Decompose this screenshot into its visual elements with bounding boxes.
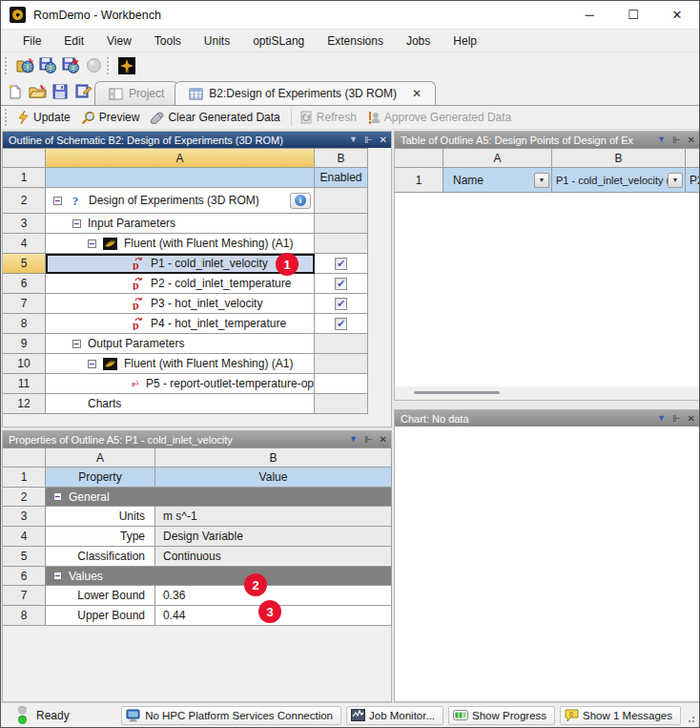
name-column-header[interactable]: Name ▼ <box>443 168 552 193</box>
panel-close-icon[interactable]: ✕ <box>688 414 695 424</box>
row-number: 8 <box>3 314 46 334</box>
outline-row-doe[interactable]: − ? Design of Experiments (3D ROM) i <box>46 188 315 214</box>
resize-grip[interactable] <box>688 708 695 723</box>
refresh-button[interactable]: Refresh <box>296 109 363 126</box>
p1-column-header[interactable]: P1 - cold_inlet_velocity (m s^-1) ▼ <box>552 168 686 193</box>
panel-menu-icon[interactable]: ▼ <box>657 135 666 144</box>
optislang-icon[interactable]: sl <box>115 55 138 76</box>
maximize-button[interactable]: ☐ <box>611 1 655 29</box>
collapse-icon[interactable]: − <box>72 219 81 228</box>
hpc-monitor-icon <box>126 709 141 722</box>
enabled-checkbox-p4[interactable]: ✔ <box>335 318 347 330</box>
save-icon[interactable] <box>49 81 72 102</box>
enabled-checkbox-p2[interactable]: ✔ <box>335 278 347 290</box>
outline-row-label: Output Parameters <box>88 337 184 350</box>
pin-icon[interactable]: ⊩ <box>672 414 681 424</box>
outline-panel-title: Outline of Schematic B2: Design of Exper… <box>9 135 283 146</box>
outline-row-charts[interactable]: Charts <box>46 394 315 414</box>
new-file-icon[interactable] <box>3 81 26 102</box>
properties-grid: A B 1 Property Value 2 − General <box>3 447 393 626</box>
outline-row-p4[interactable]: p P4 - hot_inlet_temperature <box>46 314 315 334</box>
collapse-icon[interactable]: − <box>72 340 81 348</box>
outline-row-p3[interactable]: p P3 - hot_inlet_velocity <box>46 294 315 314</box>
update-label: Update <box>33 111 71 124</box>
globe-disabled-icon <box>82 55 105 76</box>
tab-doe[interactable]: B2:Design of Experiments (3D ROM) ✕ <box>175 81 436 105</box>
horizontal-scrollbar-thumb[interactable] <box>414 391 500 394</box>
chart-panel-title: Chart: No data <box>401 413 469 425</box>
show-progress-button[interactable]: Show Progress <box>448 706 555 725</box>
preview-label: Preview <box>99 111 140 124</box>
outline-col-b[interactable]: B <box>315 148 368 168</box>
refresh-icon <box>299 111 313 124</box>
p2-column-header-partial[interactable]: P2 <box>686 168 700 193</box>
collapse-icon[interactable]: − <box>53 197 62 205</box>
close-button[interactable]: ✕ <box>655 1 699 29</box>
property-label-upper-bound: Upper Bound <box>46 606 155 626</box>
outline-row-fluent-output[interactable]: − Fluent (with Fluent Meshing) (A1) <box>46 354 315 374</box>
enabled-checkbox-p1[interactable]: ✔ <box>335 258 347 270</box>
outline-row-input-parameters[interactable]: − Input Parameters <box>46 214 315 234</box>
group-row-values[interactable]: − Values <box>46 567 392 586</box>
p1-filter-dropdown[interactable]: ▼ <box>668 173 683 188</box>
outline-row-p1-selected[interactable]: p P1 - cold_inlet_velocity <box>46 254 315 274</box>
group-row-general[interactable]: − General <box>46 488 392 507</box>
panel-menu-icon[interactable]: ▼ <box>349 435 358 444</box>
table-col-a[interactable]: A <box>443 148 552 168</box>
menu-jobs[interactable]: Jobs <box>396 32 441 50</box>
job-monitor-icon <box>351 709 365 721</box>
panel-close-icon[interactable]: ✕ <box>380 435 387 445</box>
panel-menu-icon[interactable]: ▼ <box>657 414 666 423</box>
enabled-checkbox-p3[interactable]: ✔ <box>335 298 347 310</box>
property-label-units: Units <box>46 507 155 527</box>
collapse-icon[interactable]: − <box>88 239 96 248</box>
collapse-icon[interactable]: − <box>53 492 62 501</box>
info-button[interactable]: i <box>290 193 311 209</box>
hpc-connection-button[interactable]: No HPC Platform Services Connection <box>121 706 341 725</box>
minimize-button[interactable]: ─ <box>567 1 611 29</box>
pin-icon[interactable]: ⊩ <box>364 135 373 145</box>
tab-project[interactable]: Project <box>94 81 178 105</box>
outline-col-a[interactable]: A <box>46 148 315 168</box>
panel-close-icon[interactable]: ✕ <box>688 135 695 145</box>
preview-magnifier-icon <box>81 111 95 124</box>
menu-view[interactable]: View <box>96 32 142 50</box>
row-number: 10 <box>3 354 46 374</box>
show-messages-button[interactable]: 0 Show 1 Messages <box>560 706 681 725</box>
tab-project-label: Project <box>129 87 164 100</box>
outline-row-p5[interactable]: p P5 - report-outlet-temperature-op <box>46 374 315 394</box>
menu-edit[interactable]: Edit <box>53 32 94 50</box>
panel-close-icon[interactable]: ✕ <box>380 135 387 145</box>
collapse-icon[interactable]: − <box>88 360 96 368</box>
update-button[interactable]: Update <box>13 109 77 126</box>
chart-panel-titlebar: Chart: No data ▼ ⊩ ✕ <box>395 410 699 426</box>
menu-extensions[interactable]: Extensions <box>317 32 394 50</box>
outline-row-fluent-input[interactable]: − Fluent (with Fluent Meshing) (A1) <box>46 234 315 254</box>
table-col-b[interactable]: B <box>552 148 686 168</box>
open-file-icon[interactable] <box>26 81 49 102</box>
properties-col-b[interactable]: B <box>155 447 392 468</box>
approve-generated-data-button[interactable]: Approve Generated Data <box>363 109 518 126</box>
name-filter-dropdown[interactable]: ▼ <box>534 173 549 188</box>
import-project-icon[interactable] <box>13 55 36 76</box>
job-monitor-button[interactable]: Job Monitor... <box>346 706 443 725</box>
export-report-icon[interactable] <box>72 81 94 102</box>
pin-icon[interactable]: ⊩ <box>364 435 373 445</box>
outline-row-output-parameters[interactable]: − Output Parameters <box>46 334 315 354</box>
preview-button[interactable]: Preview <box>77 109 147 126</box>
properties-panel-title: Properties of Outline A5: P1 - cold_inle… <box>9 434 233 446</box>
menu-file[interactable]: File <box>12 32 51 50</box>
menu-tools[interactable]: Tools <box>144 32 192 50</box>
save-globe-new-icon[interactable] <box>59 55 82 76</box>
collapse-icon[interactable]: − <box>53 572 62 580</box>
pin-icon[interactable]: ⊩ <box>672 135 681 145</box>
clear-generated-data-button[interactable]: Clear Generated Data <box>146 109 286 126</box>
menu-help[interactable]: Help <box>443 32 487 50</box>
save-globe-icon[interactable] <box>36 55 59 76</box>
tab-close-icon[interactable]: ✕ <box>412 87 422 100</box>
menu-units[interactable]: Units <box>194 32 240 50</box>
panel-menu-icon[interactable]: ▼ <box>349 135 358 144</box>
outline-row-p2[interactable]: p P2 - cold_inlet_temperature <box>46 274 315 294</box>
menu-optislang[interactable]: optiSLang <box>242 32 315 50</box>
properties-col-a[interactable]: A <box>46 447 155 468</box>
